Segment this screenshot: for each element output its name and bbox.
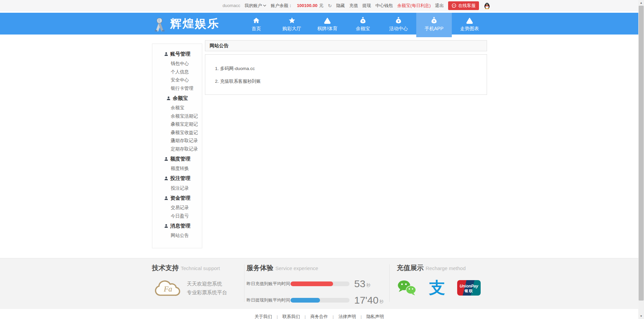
tech-support-title: 技术支持 bbox=[152, 264, 179, 271]
panel-title: 网站公告 bbox=[205, 40, 487, 51]
sidebar-section-yuebao[interactable]: 余额宝 bbox=[152, 92, 202, 104]
nav-item-lottery-hall[interactable]: 购彩大厅 bbox=[274, 13, 310, 35]
yuebao-interest-link[interactable]: 余额宝(每日利息) bbox=[397, 3, 431, 9]
nav-menu: 首页 购彩大厅 棋牌/体育 ¥ bbox=[238, 13, 487, 35]
page: duomacc 我的账户 账户余额： 100100.00 元 ↻ 隐藏 充值 提… bbox=[0, 0, 644, 319]
sidebar-item-current-deposit-record[interactable]: 活期存取记录 bbox=[152, 137, 202, 145]
link-business-cooperation[interactable]: 商务合作 bbox=[311, 314, 328, 319]
withdraw-link[interactable]: 提现 bbox=[362, 3, 371, 9]
home-icon bbox=[253, 16, 260, 25]
service-row-withdraw-time: 昨日提现到账平均时间 17'40 秒 bbox=[247, 295, 384, 305]
footer: 技术支持Technical support Fa 天天欢迎您系统 专业彩票系统平… bbox=[0, 258, 638, 309]
balance-unit: 元 bbox=[319, 3, 324, 9]
scroll-up-arrow-icon[interactable]: ▲ bbox=[638, 0, 644, 6]
service-row-recharge-time: 昨日充值到账平均时间 53 秒 bbox=[247, 279, 384, 289]
nav-item-trend-charts[interactable]: 走势图表 bbox=[452, 13, 487, 35]
scroll-down-arrow-icon[interactable]: ▼ bbox=[638, 313, 644, 319]
online-service-button[interactable]: 在线客服 bbox=[448, 1, 479, 10]
footer-divider bbox=[244, 264, 245, 302]
brand-name: 辉煌娱乐 bbox=[170, 16, 220, 31]
announcement-item[interactable]: 1. 多码网-duoma.cc bbox=[215, 66, 487, 72]
triangle-icon bbox=[466, 16, 473, 25]
handshake-logo-icon bbox=[152, 16, 167, 31]
link-privacy-statement[interactable]: 隐私声明 bbox=[366, 314, 384, 319]
announcement-item[interactable]: 2. 充值联系客服秒到账 bbox=[215, 78, 487, 84]
sidebar: 账号管理 钱包中心 个人信息 安全中心 银行卡管理 余额宝 余额宝 余额宝活期记… bbox=[152, 44, 202, 248]
nav-item-mobile-app[interactable]: ¥ 手机APP bbox=[416, 13, 452, 35]
logout-link[interactable]: 退出 bbox=[435, 3, 444, 9]
triangle-icon bbox=[324, 16, 331, 25]
user-icon bbox=[164, 196, 168, 200]
sidebar-item-site-announcement[interactable]: 网站公告 bbox=[152, 232, 202, 240]
nav-item-activity-center[interactable]: ¥ 活动中心 bbox=[381, 13, 416, 35]
recharge-time-progressbar bbox=[290, 281, 350, 286]
sidebar-section-bet-mgmt[interactable]: 投注管理 bbox=[152, 173, 202, 184]
tech-support-line1: 天天欢迎您系统 bbox=[187, 279, 227, 288]
sidebar-item-today-profit-loss[interactable]: 今日盈亏 bbox=[152, 212, 202, 220]
cloud-logo-icon: Fa bbox=[152, 278, 183, 299]
qq-icon[interactable] bbox=[483, 2, 491, 9]
nav-item-home[interactable]: 首页 bbox=[238, 13, 274, 35]
unionpay-icon[interactable]: UnionPay 银联 bbox=[457, 280, 481, 296]
main-navbar: 辉煌娱乐 首页 购彩大厅 bbox=[0, 13, 638, 35]
sidebar-item-quota-convert[interactable]: 额度转换 bbox=[152, 165, 202, 173]
svg-text:Fa: Fa bbox=[163, 285, 172, 293]
center-wallet-link[interactable]: 中心钱包 bbox=[375, 3, 393, 9]
scrollbar-thumb[interactable] bbox=[639, 6, 644, 301]
customer-service-icon bbox=[451, 3, 457, 8]
moneybag-icon: ¥ bbox=[430, 16, 438, 25]
sidebar-item-transaction-record[interactable]: 交易记录 bbox=[152, 204, 202, 212]
sidebar-item-yuebao[interactable]: 余额宝 bbox=[152, 104, 202, 112]
user-icon bbox=[166, 96, 171, 101]
recharge-methods-title: 充值展示 bbox=[397, 264, 424, 271]
refresh-balance-icon[interactable]: ↻ bbox=[328, 3, 332, 8]
sidebar-item-personal-info[interactable]: 个人信息 bbox=[152, 68, 202, 76]
username: duomacc bbox=[222, 3, 240, 8]
user-icon bbox=[164, 52, 168, 56]
alipay-icon[interactable]: 支 bbox=[429, 280, 445, 296]
link-contact-us[interactable]: 联系我们 bbox=[282, 314, 300, 319]
my-account-menu[interactable]: 我的账户 bbox=[245, 3, 266, 9]
moneybag-icon: ¥ bbox=[395, 16, 402, 25]
link-legal-statement[interactable]: 法律声明 bbox=[338, 314, 356, 319]
sidebar-item-fixed-deposit-record[interactable]: 定期存取记录 bbox=[152, 145, 202, 153]
footer-tech-support: 技术支持Technical support Fa 天天欢迎您系统 专业彩票系统平… bbox=[152, 263, 243, 299]
balance-label: 账户余额： bbox=[271, 3, 292, 9]
sidebar-item-security-center[interactable]: 安全中心 bbox=[152, 76, 202, 84]
footer-divider bbox=[389, 264, 390, 302]
footer-recharge-methods: 充值展示Recharge method 支 bbox=[397, 263, 487, 297]
hide-balance-link[interactable]: 隐藏 bbox=[336, 3, 345, 9]
wechat-pay-icon[interactable] bbox=[397, 279, 417, 297]
sidebar-item-yuebao-income-record[interactable]: 余额宝收益记录 bbox=[152, 129, 202, 137]
nav-item-games-sports[interactable]: 棋牌/体育 bbox=[310, 13, 345, 35]
nav-item-yuebao[interactable]: ¥ 余额宝 bbox=[345, 13, 381, 35]
link-about-us[interactable]: 关于我们 bbox=[255, 314, 272, 319]
star-icon bbox=[288, 16, 296, 25]
user-icon bbox=[164, 157, 168, 161]
tech-support-line2: 专业彩票系统平台 bbox=[187, 288, 227, 297]
sidebar-section-quota-mgmt[interactable]: 额度管理 bbox=[152, 153, 202, 165]
sidebar-item-yuebao-current-record[interactable]: 余额宝活期记录 bbox=[152, 112, 202, 121]
sidebar-item-bank-card[interactable]: 银行卡管理 bbox=[152, 84, 202, 93]
chevron-down-icon bbox=[263, 4, 266, 7]
sidebar-section-message-mgmt[interactable]: 消息管理 bbox=[152, 220, 202, 232]
sidebar-section-funds-mgmt[interactable]: 资金管理 bbox=[152, 192, 202, 204]
user-icon bbox=[164, 224, 168, 228]
moneybag-icon: ¥ bbox=[359, 16, 367, 25]
bottom-bar: 关于我们| 联系我们| 商务合作| 法律声明| 隐私声明 bbox=[0, 309, 638, 319]
user-icon bbox=[164, 176, 168, 181]
announcement-panel: 1. 多码网-duoma.cc 2. 充值联系客服秒到账 bbox=[205, 54, 487, 95]
sidebar-item-yuebao-fixed-record[interactable]: 余额宝定期记录 bbox=[152, 120, 202, 129]
footer-service-experience: 服务体验Service experience 昨日充值到账平均时间 53 秒 昨… bbox=[247, 263, 384, 305]
withdraw-time-progressbar bbox=[290, 298, 350, 303]
account-topbar: duomacc 我的账户 账户余额： 100100.00 元 ↻ 隐藏 充值 提… bbox=[0, 0, 638, 11]
recharge-link[interactable]: 充值 bbox=[349, 3, 358, 9]
sidebar-item-wallet-center[interactable]: 钱包中心 bbox=[152, 60, 202, 68]
sidebar-section-account-mgmt[interactable]: 账号管理 bbox=[152, 48, 202, 60]
brand-logo[interactable]: 辉煌娱乐 bbox=[152, 16, 220, 31]
service-experience-title: 服务体验 bbox=[247, 264, 273, 271]
balance-value: 100100.00 bbox=[297, 3, 317, 8]
vertical-scrollbar[interactable]: ▲ ▼ bbox=[638, 0, 644, 319]
sidebar-item-bet-record[interactable]: 投注记录 bbox=[152, 184, 202, 193]
